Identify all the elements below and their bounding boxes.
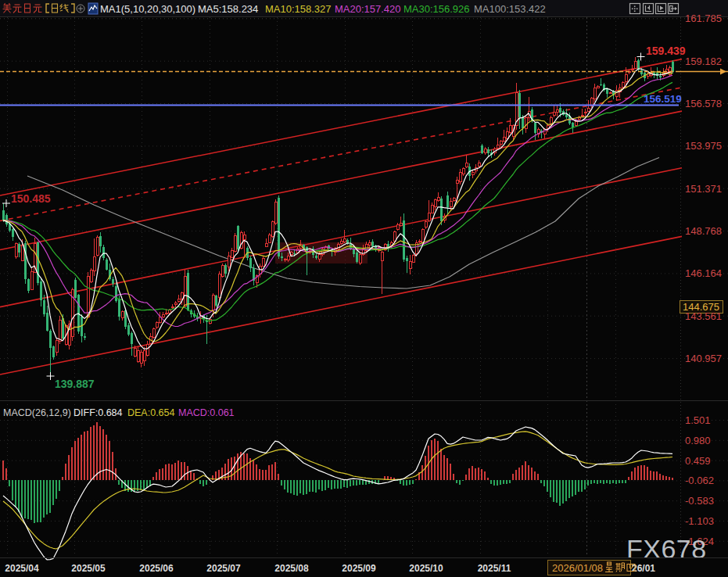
- svg-text:-0.583: -0.583: [685, 495, 714, 507]
- svg-text:146.164: 146.164: [685, 267, 722, 279]
- svg-text:2025/10: 2025/10: [409, 563, 443, 574]
- svg-text:-1.103: -1.103: [685, 515, 714, 527]
- svg-text:153.975: 153.975: [685, 140, 722, 152]
- svg-text:159.439: 159.439: [646, 45, 686, 57]
- svg-text:156.519: 156.519: [644, 93, 682, 105]
- svg-text:161.785: 161.785: [685, 13, 722, 24]
- svg-text:139.887: 139.887: [55, 378, 95, 390]
- svg-text:2025/08: 2025/08: [274, 563, 309, 574]
- svg-text:MA20:157.420: MA20:157.420: [335, 3, 401, 15]
- svg-text:MA5:158.234: MA5:158.234: [198, 3, 258, 15]
- svg-text:148.768: 148.768: [685, 225, 722, 237]
- svg-text:150.485: 150.485: [11, 192, 51, 205]
- svg-text:2025/11: 2025/11: [478, 563, 511, 574]
- svg-text:MA1(5,10,20,30,100): MA1(5,10,20,30,100): [100, 3, 195, 15]
- svg-text:2025/06: 2025/06: [139, 563, 174, 574]
- svg-text:26/01: 26/01: [632, 563, 655, 574]
- svg-text:MA100:153.422: MA100:153.422: [474, 3, 546, 15]
- svg-text:2026/01/08: 2026/01/08: [552, 562, 603, 574]
- svg-text:0.980: 0.980: [685, 435, 711, 446]
- svg-text:2025/09: 2025/09: [342, 563, 376, 574]
- svg-text:-0.062: -0.062: [685, 475, 714, 486]
- svg-text:151.371: 151.371: [685, 183, 722, 195]
- svg-text:1.501: 1.501: [685, 414, 711, 426]
- svg-text:DEA:0.654: DEA:0.654: [127, 407, 175, 418]
- svg-text:2025/04: 2025/04: [5, 563, 39, 574]
- svg-text:DIFF:0.684: DIFF:0.684: [74, 407, 123, 418]
- svg-text:143.561: 143.561: [685, 310, 722, 322]
- svg-text:156.578: 156.578: [685, 98, 722, 109]
- svg-text:MACD:0.061: MACD:0.061: [178, 407, 235, 418]
- svg-text:FX678: FX678: [626, 534, 707, 564]
- svg-text:159.182: 159.182: [685, 56, 722, 67]
- svg-text:0.459: 0.459: [685, 455, 711, 467]
- svg-text:2025/07: 2025/07: [206, 563, 241, 574]
- svg-text:2025/05: 2025/05: [71, 563, 106, 574]
- svg-text:140.957: 140.957: [685, 353, 722, 364]
- svg-text:MA30:156.926: MA30:156.926: [403, 3, 470, 15]
- svg-text:MA10:158.327: MA10:158.327: [265, 3, 332, 15]
- svg-text:MACD(26,12,9): MACD(26,12,9): [3, 407, 71, 418]
